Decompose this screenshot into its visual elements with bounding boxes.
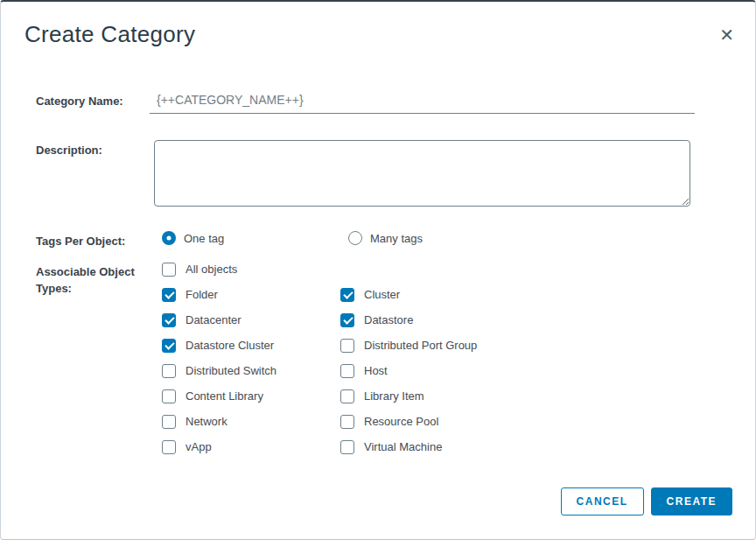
checkbox-option-vapp[interactable]: vApp bbox=[162, 439, 340, 454]
checkbox-label: vApp bbox=[186, 440, 212, 453]
radio-label: Many tags bbox=[370, 232, 423, 245]
checkbox-label: Distributed Port Group bbox=[364, 339, 477, 352]
description-label: Description: bbox=[36, 140, 150, 207]
checkbox-unchecked-icon[interactable] bbox=[340, 389, 354, 403]
radio-label: One tag bbox=[184, 232, 224, 245]
tags-per-object-label: Tags Per Object: bbox=[36, 231, 150, 249]
checkbox-label: Content Library bbox=[186, 389, 263, 403]
create-category-dialog: Create Category ✕ Category Name: Descrip… bbox=[0, 0, 756, 540]
checkbox-option-network[interactable]: Network bbox=[162, 414, 340, 429]
dialog-footer: CANCEL CREATE bbox=[561, 487, 732, 515]
checkbox-label: Folder bbox=[186, 288, 218, 301]
checkbox-option-datacenter[interactable]: Datacenter bbox=[162, 312, 340, 327]
checkbox-option-folder[interactable]: Folder bbox=[162, 287, 340, 302]
radio-icon[interactable] bbox=[162, 231, 176, 245]
category-name-label: Category Name: bbox=[36, 91, 150, 114]
cancel-button[interactable]: CANCEL bbox=[561, 487, 644, 515]
description-textarea[interactable] bbox=[154, 140, 690, 207]
checkbox-option-library-item[interactable]: Library Item bbox=[340, 389, 707, 403]
checkbox-option-cluster[interactable]: Cluster bbox=[340, 287, 707, 302]
create-button[interactable]: CREATE bbox=[651, 487, 732, 515]
checkbox-label: Cluster bbox=[364, 288, 400, 301]
checkbox-label: Virtual Machine bbox=[364, 440, 442, 453]
checkbox-unchecked-icon[interactable] bbox=[340, 364, 354, 378]
checkbox-label: Network bbox=[186, 415, 228, 428]
radio-option-one-tag[interactable]: One tag bbox=[162, 231, 348, 245]
checkbox-label: Host bbox=[364, 364, 388, 377]
close-icon[interactable]: ✕ bbox=[719, 26, 734, 44]
checkbox-option-datastore[interactable]: Datastore bbox=[340, 312, 707, 327]
checkbox-label: Resource Pool bbox=[364, 415, 438, 428]
tags-per-object-row: Tags Per Object: One tagMany tags bbox=[36, 231, 732, 249]
radio-option-many-tags[interactable]: Many tags bbox=[348, 231, 707, 245]
checkbox-option-virtual-machine[interactable]: Virtual Machine bbox=[340, 439, 707, 454]
dialog-title: Create Category bbox=[24, 21, 195, 47]
checkbox-unchecked-icon[interactable] bbox=[162, 364, 176, 378]
checkbox-unchecked-icon[interactable] bbox=[162, 440, 176, 454]
all-objects-row: All objects bbox=[162, 262, 707, 277]
tags-per-object-options: One tagMany tags bbox=[150, 231, 707, 245]
category-name-control bbox=[150, 91, 695, 114]
dialog-form: Category Name: Description: Tags Per Obj… bbox=[1, 91, 755, 454]
description-control bbox=[150, 140, 695, 207]
object-types-grid: FolderClusterDatacenterDatastoreDatastor… bbox=[162, 287, 707, 454]
checkbox-label: Datastore bbox=[364, 313, 413, 326]
category-name-row: Category Name: bbox=[36, 91, 732, 114]
category-name-input[interactable] bbox=[150, 91, 695, 114]
checkbox-unchecked-icon[interactable] bbox=[340, 415, 354, 429]
checkbox-checked-icon[interactable] bbox=[162, 313, 176, 327]
checkbox-option-distributed-switch[interactable]: Distributed Switch bbox=[162, 363, 340, 378]
dialog-header: Create Category ✕ bbox=[1, 2, 755, 47]
checkbox-unchecked-icon[interactable] bbox=[340, 339, 354, 353]
checkbox-checked-icon[interactable] bbox=[162, 288, 176, 302]
checkbox-option-resource-pool[interactable]: Resource Pool bbox=[340, 414, 707, 429]
associable-object-types-label: Associable Object Types: bbox=[36, 262, 150, 297]
checkbox-label: Datastore Cluster bbox=[186, 339, 274, 352]
checkbox-option-datastore-cluster[interactable]: Datastore Cluster bbox=[162, 338, 340, 353]
checkbox-option-all-objects[interactable]: All objects bbox=[162, 262, 707, 277]
description-row: Description: bbox=[36, 140, 732, 207]
checkbox-checked-icon[interactable] bbox=[162, 339, 176, 353]
associable-object-types-row: Associable Object Types: All objects Fol… bbox=[36, 262, 732, 454]
checkbox-unchecked-icon[interactable] bbox=[162, 415, 176, 429]
checkbox-label: Distributed Switch bbox=[186, 364, 276, 377]
object-types-area: All objects FolderClusterDatacenterDatas… bbox=[150, 262, 707, 454]
radio-icon[interactable] bbox=[348, 231, 362, 245]
checkbox-label: Library Item bbox=[364, 389, 424, 403]
checkbox-unchecked-icon[interactable] bbox=[162, 389, 176, 403]
checkbox-option-content-library[interactable]: Content Library bbox=[162, 389, 340, 403]
checkbox-checked-icon[interactable] bbox=[340, 288, 354, 302]
checkbox-checked-icon[interactable] bbox=[340, 313, 354, 327]
checkbox-label: All objects bbox=[186, 263, 237, 276]
checkbox-unchecked-icon[interactable] bbox=[340, 440, 354, 454]
checkbox-unchecked-icon[interactable] bbox=[162, 263, 176, 277]
checkbox-label: Datacenter bbox=[186, 313, 242, 326]
checkbox-option-distributed-port-group[interactable]: Distributed Port Group bbox=[340, 338, 707, 353]
checkbox-option-host[interactable]: Host bbox=[340, 363, 707, 378]
